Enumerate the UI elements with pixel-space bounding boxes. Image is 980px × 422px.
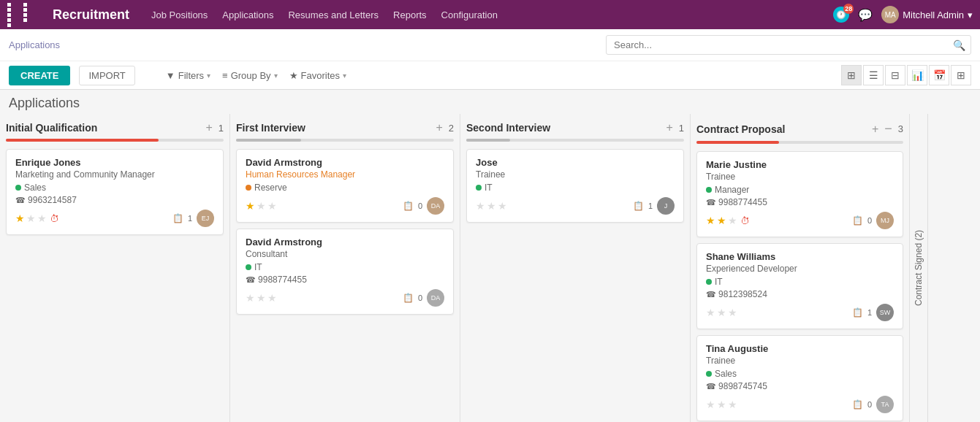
view-toggle-buttons: ⊞ ☰ ⊟ 📊 📅 ⊞	[841, 65, 971, 85]
card-job-title: Trainee	[706, 356, 894, 366]
grid-view-btn[interactable]: ⊞	[951, 65, 971, 85]
card-footer: ★ ★ ★ 📋 1 J	[476, 197, 675, 215]
star-1: ★	[706, 307, 715, 318]
col-minus-icon-contract[interactable]: −	[884, 121, 892, 137]
filters-button[interactable]: ▼ Filters ▾	[166, 70, 210, 81]
col-count-contract: 3	[898, 123, 903, 134]
star-2: ★	[717, 399, 726, 410]
filters-arrow: ▾	[207, 72, 210, 80]
nav-job-positions[interactable]: Job Positions	[151, 9, 208, 20]
col-title-initial: Initial Qualification	[6, 122, 97, 134]
col-add-icon-initial[interactable]: +	[205, 121, 212, 134]
card-footer-right: 📋 1 J	[633, 197, 675, 215]
star-2: ★	[487, 200, 496, 212]
col-add-icon-second[interactable]: +	[666, 121, 672, 134]
column-first-interview: First Interview + 2 David Armstrong Huma…	[230, 114, 460, 422]
card-avatar: MJ	[876, 212, 894, 229]
stars: ★ ★ ★	[246, 200, 277, 212]
clock-icon: ⏱	[50, 213, 59, 224]
column-initial-qualification: Initial Qualification + 1 Enrique Jones …	[0, 114, 230, 422]
user-menu[interactable]: MA Mitchell Admin ▾	[881, 6, 973, 23]
star-3: ★	[728, 307, 737, 318]
calendar-view-btn[interactable]: 📅	[929, 65, 949, 85]
col-title-second: Second Interview	[466, 122, 550, 134]
nav-resumes-letters[interactable]: Resumes and Letters	[288, 9, 379, 20]
col-add-icon-first[interactable]: +	[436, 121, 442, 134]
group-by-button[interactable]: ≡ Group By ▾	[222, 70, 278, 81]
col-progress-bar-initial	[6, 139, 159, 142]
card-marie-justine[interactable]: Marie Justine Trainee Manager 9988774455…	[696, 151, 903, 237]
col-title-first: First Interview	[236, 122, 305, 134]
avatar: MA	[881, 6, 899, 23]
col-actions-contract: + − 3	[872, 121, 903, 137]
card-job-title: Trainee	[706, 172, 894, 182]
apps-icon[interactable]	[7, 3, 38, 27]
card-phone: 9988774455	[706, 197, 894, 207]
card-jose[interactable]: Jose Trainee IT ★ ★ ★	[466, 149, 684, 223]
nav-applications[interactable]: Applications	[222, 9, 273, 20]
card-footer: ★ ★ ★ ⏱ 📋 0 MJ	[706, 212, 894, 229]
stars: ★ ★ ★	[706, 307, 737, 318]
card-job-title: Human Resources Manager	[246, 169, 444, 180]
card-enrique-jones[interactable]: Enrique Jones Marketing and Community Ma…	[6, 149, 224, 235]
breadcrumb-applications[interactable]: Applications	[9, 39, 60, 50]
doc-icon: 📋	[852, 399, 863, 410]
chat-icon[interactable]: 💬	[858, 8, 873, 22]
header-combined: Applications 🔍 CREATE IMPORT ▼ Filters ▾…	[0, 29, 980, 90]
import-button[interactable]: IMPORT	[79, 66, 134, 85]
card-avatar: J	[657, 197, 675, 215]
card-dept: Sales	[706, 369, 894, 379]
table-view-btn[interactable]: ⊟	[885, 65, 905, 85]
star-3: ★	[728, 215, 737, 226]
star-1: ★	[706, 399, 715, 410]
contract-signed-tab[interactable]: Contract Signed (2)	[910, 114, 928, 422]
stars: ★ ★ ★	[15, 212, 47, 224]
search-icon: 🔍	[953, 39, 965, 51]
col-actions-initial: + 1	[205, 121, 224, 134]
chart-view-btn[interactable]: 📊	[907, 65, 927, 85]
kanban-view-btn[interactable]: ⊞	[841, 65, 862, 85]
favorites-button[interactable]: ★ Favorites ▾	[289, 70, 346, 81]
card-shane-williams[interactable]: Shane Williams Experienced Developer IT …	[696, 243, 903, 329]
doc-count: 0	[867, 216, 872, 225]
col-count-second: 1	[679, 123, 684, 134]
card-name: Jose	[476, 157, 675, 168]
card-phone: 9988774455	[246, 275, 444, 285]
card-dept: IT	[706, 277, 894, 287]
card-tina-augustie[interactable]: Tina Augustie Trainee Sales 9898745745 ★…	[696, 335, 903, 421]
create-button[interactable]: CREATE	[9, 66, 70, 85]
search-input[interactable]	[606, 35, 971, 55]
card-footer-right: 📋 0 DA	[403, 197, 444, 215]
col-progress-initial	[6, 139, 224, 142]
col-progress-bar-contract	[696, 141, 779, 144]
star-2: ★	[26, 212, 36, 224]
star-3: ★	[498, 200, 507, 212]
col-title-contract: Contract Proposal	[696, 123, 785, 135]
notification-badge[interactable]: 🕐 28	[833, 7, 849, 23]
card-david-armstrong-2[interactable]: David Armstrong Consultant IT 9988774455…	[236, 229, 454, 315]
star-2: ★	[717, 215, 726, 226]
filters-label: Filters	[178, 70, 204, 81]
list-view-btn[interactable]: ☰	[863, 65, 884, 85]
card-job-title: Consultant	[246, 249, 444, 259]
stars: ★ ★ ★	[476, 200, 507, 212]
card-name: Tina Augustie	[706, 343, 894, 354]
nav-reports[interactable]: Reports	[393, 9, 427, 20]
doc-count: 0	[867, 400, 872, 409]
filter-icon: ▼	[166, 70, 175, 81]
card-name: Enrique Jones	[15, 157, 214, 168]
star-3: ★	[267, 292, 277, 304]
group-by-arrow: ▾	[274, 72, 278, 80]
col-actions-second: + 1	[666, 121, 684, 134]
dept-dot	[476, 185, 482, 191]
card-david-armstrong-1[interactable]: David Armstrong Human Resources Manager …	[236, 149, 454, 223]
col-header-first: First Interview + 2	[236, 121, 454, 134]
card-name: Shane Williams	[706, 251, 894, 262]
card-job-title: Experienced Developer	[706, 264, 894, 274]
card-footer: ★ ★ ★ 📋 1 SW	[706, 304, 894, 321]
page-header: Applications	[0, 90, 980, 114]
nav-configuration[interactable]: Configuration	[441, 9, 498, 20]
search-wrapper: 🔍	[606, 35, 971, 55]
col-add-icon-contract[interactable]: +	[872, 123, 878, 136]
content-area: Initial Qualification + 1 Enrique Jones …	[0, 114, 980, 422]
